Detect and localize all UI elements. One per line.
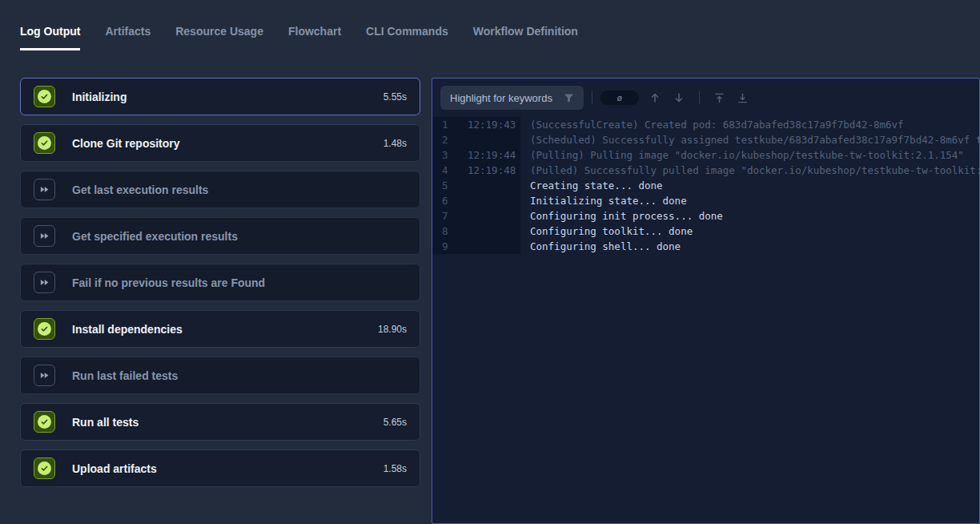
log-line-text: (Scheduled) Successfully assigned testku… [520, 132, 979, 147]
log-lines: 1 12:19:43 (SuccessfulCreate) Created po… [432, 117, 979, 254]
scroll-to-bottom-button[interactable] [737, 92, 749, 104]
step-card-install-dependencies[interactable]: Install dependencies 18.90s [20, 310, 420, 348]
step-label: Run last failed tests [72, 369, 178, 382]
previous-match-button[interactable] [649, 91, 661, 104]
tab-label: Log Output [20, 25, 80, 38]
fast-forward-icon [39, 231, 50, 241]
step-duration: 18.90s [378, 324, 407, 335]
log-line-timestamp: 12:19:43 [460, 117, 520, 132]
step-duration: 5.55s [384, 91, 407, 103]
log-line-number: 9 [432, 239, 460, 254]
log-line-timestamp: 12:19:48 [460, 163, 520, 178]
log-line-timestamp [460, 208, 520, 224]
check-icon [38, 90, 51, 103]
tab-flowchart[interactable]: Flowchart [288, 25, 341, 50]
arrow-up-icon [649, 91, 661, 104]
step-label: Get specified execution results [72, 230, 238, 243]
log-line-number: 5 [432, 178, 460, 193]
tab-label: Resource Usage [175, 25, 263, 38]
tab-resource-usage[interactable]: Resource Usage [175, 25, 263, 50]
step-card-fail-if-no-previous-results-are-found[interactable]: Fail if no previous results are Found [20, 264, 420, 301]
step-label: Run all tests [72, 416, 139, 429]
step-status-icon [34, 272, 55, 293]
toolbar-divider [699, 91, 700, 104]
log-line-text: Configuring init process... done [520, 208, 723, 224]
log-line-text: Initializing state... done [520, 193, 687, 208]
workflow-execution-page: { "tabs": [ { "label": "Log Output", "ac… [0, 0, 980, 524]
next-match-button[interactable] [673, 91, 685, 104]
arrow-down-icon [673, 91, 685, 104]
highlight-keywords-select[interactable]: Highlight for keywords [440, 86, 584, 110]
tab-label: Artifacts [105, 25, 151, 38]
log-line-timestamp [460, 193, 520, 208]
log-line: 1 12:19:43 (SuccessfulCreate) Created po… [432, 117, 979, 132]
vertical-align-bottom-icon [737, 92, 749, 104]
log-line-timestamp [460, 224, 520, 239]
tab-label: Workflow Definition [473, 25, 578, 38]
check-icon [38, 136, 51, 150]
tab-cli-commands[interactable]: CLI Commands [366, 25, 448, 50]
tab-log-output[interactable]: Log Output [20, 25, 80, 50]
log-line-text: (SuccessfulCreate) Created pod: 683d7aba… [520, 117, 904, 132]
step-status-icon [34, 457, 55, 479]
log-line: 8 Configuring toolkit... done [432, 224, 979, 239]
fast-forward-icon [39, 277, 50, 288]
step-card-initializing[interactable]: Initializing 5.55s [20, 78, 420, 115]
step-status-icon [34, 365, 55, 386]
step-label: Initializing [72, 91, 127, 103]
log-line-number: 3 [432, 147, 460, 163]
log-line-number: 7 [432, 208, 460, 224]
log-line-number: 6 [432, 193, 460, 208]
filter-icon [564, 93, 574, 103]
log-output-panel: Highlight for keywords ø [432, 78, 980, 524]
log-line-number: 2 [432, 132, 460, 147]
log-line-timestamp: 12:19:44 [460, 147, 520, 163]
step-status-icon [34, 318, 55, 340]
step-status-icon [34, 132, 55, 154]
scroll-to-top-button[interactable] [713, 92, 725, 104]
step-duration: 5.65s [384, 417, 407, 428]
tab-workflow-definition[interactable]: Workflow Definition [473, 25, 578, 50]
vertical-align-top-icon [713, 92, 725, 104]
log-line-text: Creating state... done [520, 178, 663, 193]
log-line-text: Configuring shell... done [520, 239, 681, 254]
step-label: Install dependencies [72, 323, 183, 336]
check-icon [38, 462, 51, 475]
log-line-text: Configuring toolkit... done [520, 224, 693, 239]
step-card-upload-artifacts[interactable]: Upload artifacts 1.58s [20, 449, 420, 487]
log-line-timestamp [460, 132, 520, 147]
fast-forward-icon [39, 370, 50, 381]
tab-label: CLI Commands [366, 25, 448, 38]
log-line-number: 1 [432, 117, 460, 132]
log-line-text: (Pulled) Successfully pulled image "dock… [520, 163, 979, 178]
step-list: Initializing 5.55s Clone Git repository … [20, 78, 420, 496]
highlight-keywords-label: Highlight for keywords [450, 92, 552, 104]
check-icon [38, 322, 51, 336]
log-line: 5 Creating state... done [432, 178, 979, 193]
step-card-get-last-execution-results[interactable]: Get last execution results [20, 171, 420, 208]
log-line: 7 Configuring init process... done [432, 208, 979, 224]
step-status-icon [34, 179, 55, 200]
log-line: 4 12:19:48 (Pulled) Successfully pulled … [432, 163, 979, 178]
log-line-timestamp [460, 178, 520, 193]
tab-artifacts[interactable]: Artifacts [105, 25, 151, 50]
check-icon [38, 415, 51, 429]
step-card-run-last-failed-tests[interactable]: Run last failed tests [20, 357, 420, 394]
step-status-icon [34, 86, 55, 107]
step-status-icon [34, 411, 55, 433]
step-card-get-specified-execution-results[interactable]: Get specified execution results [20, 217, 420, 255]
step-card-run-all-tests[interactable]: Run all tests 5.65s [20, 403, 420, 441]
fast-forward-icon [39, 184, 50, 195]
toolbar-divider [592, 91, 592, 104]
step-card-clone-git-repository[interactable]: Clone Git repository 1.48s [20, 124, 420, 162]
log-line-timestamp [460, 239, 520, 254]
log-toolbar: Highlight for keywords ø [432, 79, 979, 117]
step-duration: 1.48s [384, 138, 407, 149]
tab-bar: Log Output Artifacts Resource Usage Flow… [20, 25, 603, 50]
step-label: Upload artifacts [72, 462, 157, 475]
step-label: Clone Git repository [72, 137, 180, 150]
log-line-number: 8 [432, 224, 460, 239]
step-status-icon [34, 225, 55, 247]
step-duration: 1.58s [384, 463, 407, 474]
tab-label: Flowchart [288, 25, 341, 38]
